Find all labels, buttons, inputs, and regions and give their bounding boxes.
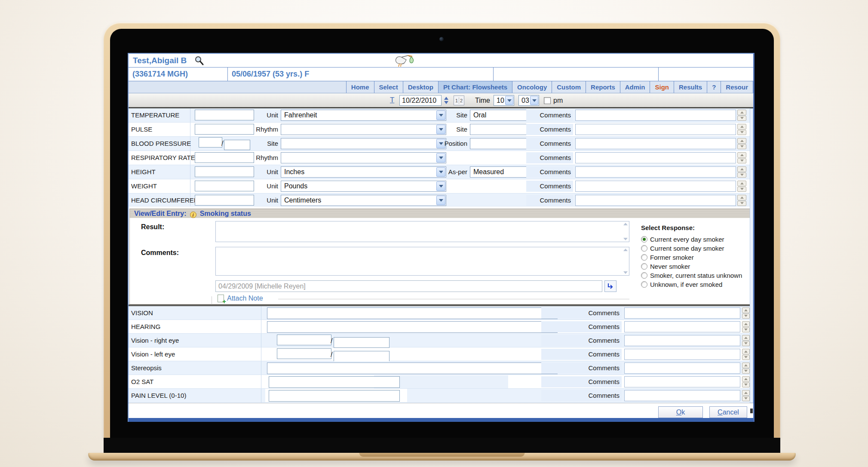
comments-input[interactable] [575, 124, 736, 135]
table-row-blood-pressure: BLOOD PRESSURE / Site Position Comments [129, 137, 753, 151]
result-textarea[interactable] [215, 221, 629, 242]
comments-input[interactable] [624, 376, 740, 387]
comment-spinner[interactable] [737, 195, 746, 206]
comment-spinner[interactable] [737, 181, 746, 192]
comments-label: Comments [526, 195, 573, 206]
cancel-button[interactable]: Cancel [709, 406, 747, 418]
respiratory-rhythm-select[interactable] [281, 152, 446, 163]
radio-former-smoker[interactable] [641, 254, 647, 261]
comments-input[interactable] [624, 321, 740, 332]
date-input[interactable]: 10/22/2010 [399, 95, 442, 106]
bp-systolic-input[interactable] [199, 137, 222, 147]
site-label: Site [425, 108, 467, 122]
tab-resources[interactable]: Resour [721, 81, 753, 93]
attach-note-border [212, 296, 212, 304]
tab-pt-chart-flowsheets[interactable]: Pt Chart: Flowsheets [439, 81, 512, 93]
comment-spinner[interactable] [737, 110, 746, 121]
entry-date-field[interactable]: 04/29/2009 [Michelle Reyen] [215, 280, 602, 292]
radio-unknown-if-ever-smoked[interactable] [641, 281, 647, 288]
laptop-base [88, 453, 796, 461]
pm-checkbox[interactable] [544, 97, 551, 104]
comments-label: Comments [526, 110, 573, 121]
comments-input[interactable] [575, 166, 736, 178]
pulse-rhythm-select[interactable] [281, 124, 446, 135]
table-row-height: HEIGHT Unit Inches As-per Measured Comme… [129, 165, 753, 179]
laptop-notch [359, 453, 525, 457]
vertical-scrollbar[interactable] [750, 108, 753, 403]
comments-input[interactable] [624, 363, 740, 374]
hour-value: 10 [497, 97, 504, 104]
chevron-down-icon[interactable] [436, 196, 445, 205]
pain-level-input[interactable] [269, 390, 400, 402]
vision-right-denominator-input[interactable] [334, 337, 390, 348]
tab-admin[interactable]: Admin [620, 81, 650, 93]
comments-input[interactable] [624, 335, 740, 346]
tab-desktop[interactable]: Desktop [403, 81, 439, 93]
radio-label: Current every day smoker [650, 236, 724, 243]
comment-spinner[interactable] [742, 376, 750, 387]
comment-spinner[interactable] [737, 124, 746, 135]
chevron-down-icon[interactable] [505, 96, 513, 105]
tab-reports[interactable]: Reports [586, 81, 620, 93]
comment-spinner[interactable] [742, 307, 750, 319]
head-circumference-unit-select[interactable]: Centimeters [281, 195, 446, 206]
laptop-hinge [104, 438, 780, 453]
tab-sign[interactable]: Sign [650, 81, 674, 93]
ok-button[interactable]: Ok [658, 406, 703, 418]
comments-input[interactable] [624, 307, 740, 319]
search-icon[interactable] [194, 55, 204, 67]
comment-spinner[interactable] [742, 390, 750, 401]
comments-input[interactable] [575, 195, 736, 206]
recall-entry-icon[interactable] [604, 280, 616, 292]
select-value: Pounds [284, 182, 307, 190]
comments-label: Comments [526, 181, 573, 192]
set-time-icon[interactable]: 12 [454, 95, 464, 105]
radio-never-smoker[interactable] [641, 263, 647, 270]
bp-site-select[interactable] [281, 138, 446, 149]
vision-left-numerator-input[interactable] [277, 348, 331, 359]
comment-spinner[interactable] [737, 166, 746, 178]
comment-spinner[interactable] [742, 363, 750, 374]
tab-oncology[interactable]: Oncology [512, 81, 552, 93]
vision-select[interactable] [267, 307, 558, 319]
height-unit-select[interactable]: Inches [281, 166, 446, 178]
date-spinner[interactable] [444, 95, 449, 106]
minute-select[interactable]: 03 [518, 95, 539, 106]
stereopsis-select[interactable] [267, 363, 558, 374]
hearing-select[interactable] [267, 321, 558, 333]
radio-smoker-status-unknown[interactable] [641, 272, 647, 279]
row-label: O2 SAT [131, 375, 258, 388]
chevron-down-icon[interactable] [436, 153, 445, 163]
comments-label: Comments [526, 124, 573, 135]
comment-spinner[interactable] [737, 152, 746, 163]
tab-select[interactable]: Select [374, 81, 403, 93]
comments-input[interactable] [575, 181, 736, 192]
temperature-unit-select[interactable]: Fahrenheit [281, 110, 446, 121]
radio-current-some-day-smoker[interactable] [641, 245, 647, 252]
page: Test,Abigail B (3361714 MGH) 05 [0, 0, 868, 467]
comment-spinner[interactable] [737, 138, 746, 149]
chevron-down-icon[interactable] [530, 96, 538, 105]
tab-help[interactable]: ? [707, 81, 721, 93]
comments-textarea[interactable] [215, 247, 629, 276]
comment-spinner[interactable] [742, 321, 750, 332]
comment-spinner[interactable] [742, 349, 750, 360]
comments-input[interactable] [575, 138, 736, 149]
o2-sat-input[interactable] [269, 376, 400, 388]
vision-left-denominator-input[interactable] [334, 351, 390, 362]
tab-home[interactable]: Home [347, 81, 374, 93]
comments-input[interactable] [575, 152, 736, 163]
comment-spinner[interactable] [742, 335, 750, 346]
hour-select[interactable]: 10 [494, 95, 514, 106]
tab-results[interactable]: Results [674, 81, 707, 93]
attach-note-link[interactable]: Attach Note [218, 295, 263, 302]
comments-input[interactable] [624, 349, 740, 360]
comments-input[interactable] [624, 390, 740, 401]
vision-right-numerator-input[interactable] [277, 335, 331, 345]
today-link[interactable]: T [390, 96, 394, 104]
radio-current-every-day-smoker[interactable] [641, 236, 647, 243]
tab-custom[interactable]: Custom [552, 81, 586, 93]
comments-input[interactable] [575, 110, 736, 121]
weight-unit-select[interactable]: Pounds [281, 181, 446, 192]
chevron-down-icon[interactable] [436, 181, 445, 191]
